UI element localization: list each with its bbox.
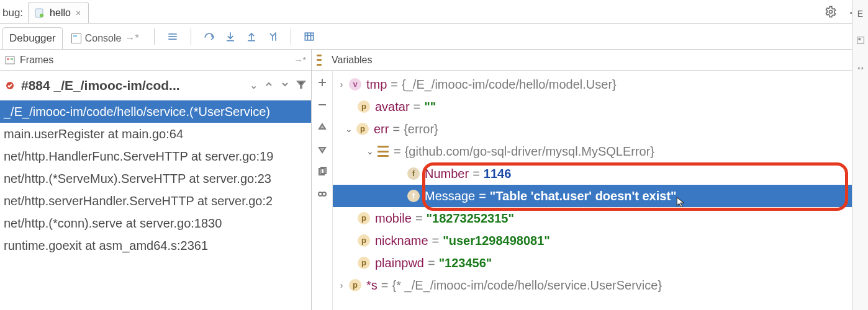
thread-dropdown[interactable]: #884 _/E_/imooc-im/cod...	[21, 78, 243, 93]
file-tab-label: hello	[50, 7, 71, 19]
frames-header: Frames →*	[0, 50, 311, 71]
frames-title: Frames	[20, 55, 53, 66]
chevron-right-icon[interactable]: ›	[337, 274, 346, 296]
frames-panel: Frames →* #884 _/E_/imooc-im/cod... ⌄ _/…	[0, 50, 312, 310]
frames-icon	[5, 55, 15, 65]
variable-row[interactable]: › p *s = {* _/E_/imooc-im/code/hello/ser…	[333, 274, 868, 296]
svg-marker-21	[297, 81, 305, 88]
rail-icon[interactable]	[856, 64, 865, 74]
rail-icon[interactable]	[856, 36, 865, 46]
evaluate-expression-icon[interactable]	[300, 27, 319, 46]
next-frame-icon[interactable]	[280, 79, 290, 92]
svg-rect-13	[305, 33, 313, 40]
up-icon[interactable]	[317, 122, 328, 133]
svg-rect-32	[858, 38, 861, 41]
go-file-icon	[35, 8, 45, 18]
step-into-icon[interactable]	[221, 27, 240, 46]
copy-icon[interactable]	[317, 166, 328, 177]
svg-marker-25	[319, 124, 325, 129]
variable-row[interactable]: p plainpwd = "123456"	[333, 252, 868, 274]
editor-tab-bar: bug: hello ×	[0, 0, 868, 24]
remove-watch-icon[interactable]	[317, 99, 328, 110]
property-badge-icon: p	[358, 100, 370, 113]
property-badge-icon: p	[358, 234, 370, 247]
step-over-icon[interactable]	[200, 27, 219, 46]
stack-frame[interactable]: net/http.serverHandler.ServeHTTP at serv…	[0, 190, 311, 212]
variable-row[interactable]: p nickname = "user1298498081"	[333, 229, 868, 252]
rail-item[interactable]: E	[857, 9, 863, 19]
stack-frame[interactable]: net/http.(*ServeMux).ServeHTTP at server…	[0, 167, 311, 190]
variable-row[interactable]: f Number = 1146	[333, 162, 868, 185]
file-tab-hello[interactable]: hello ×	[28, 2, 89, 23]
down-icon[interactable]	[317, 144, 328, 155]
cursor-icon	[676, 196, 687, 207]
tab-console[interactable]: Console →*	[65, 27, 145, 50]
svg-rect-19	[11, 58, 13, 60]
variable-badge-icon: v	[349, 78, 361, 91]
right-tool-rail: E	[852, 0, 868, 310]
property-badge-icon: p	[358, 257, 370, 269]
svg-point-2	[830, 11, 833, 14]
frames-pin-icon[interactable]: →*	[294, 55, 306, 65]
previous-frame-icon[interactable]	[264, 79, 274, 92]
svg-marker-26	[319, 148, 325, 153]
variables-gutter	[312, 71, 333, 310]
variables-title: Variables	[332, 55, 373, 66]
variable-row[interactable]: › v tmp = {_/E_/imooc-im/code/hello/mode…	[333, 73, 868, 95]
chevron-right-icon[interactable]: ›	[337, 73, 346, 95]
console-icon	[71, 33, 81, 43]
threads-icon[interactable]	[163, 27, 182, 46]
variable-row[interactable]: p avatar = ""	[333, 95, 868, 118]
property-badge-icon: p	[356, 123, 369, 135]
run-to-cursor-icon[interactable]	[263, 27, 282, 46]
console-pin-icon: →*	[125, 33, 138, 44]
variables-tree[interactable]: › v tmp = {_/E_/imooc-im/code/hello/mode…	[333, 71, 868, 310]
add-watch-icon[interactable]	[317, 77, 328, 88]
frames-list[interactable]: _/E_/imooc-im/code/hello/service.(*UserS…	[0, 100, 311, 310]
frames-filter-row: #884 _/E_/imooc-im/cod... ⌄	[0, 71, 311, 100]
variable-row-selected[interactable]: f Message = "Table 'chat.user' doesn't e…	[333, 185, 868, 207]
variables-header: Variables →*	[312, 50, 868, 71]
variables-panel: Variables →* › v tmp =	[312, 50, 868, 310]
variable-row[interactable]: p mobile = "18273252315"	[333, 207, 868, 229]
gear-icon[interactable]	[825, 6, 839, 20]
stack-frame[interactable]: _/E_/imooc-im/code/hello/service.(*UserS…	[0, 100, 311, 123]
stack-frame[interactable]: net/http.HandlerFunc.ServeHTTP at server…	[0, 145, 311, 167]
tab-debugger[interactable]: Debugger	[2, 27, 63, 50]
property-badge-icon: p	[349, 279, 361, 291]
step-out-icon[interactable]	[242, 27, 261, 46]
struct-icon	[377, 146, 389, 157]
variable-row[interactable]: ⌄ = {github.com/go-sql-driver/mysql.MySQ…	[333, 140, 868, 162]
field-badge-icon: f	[407, 167, 420, 180]
svg-point-30	[322, 192, 326, 196]
field-badge-icon: f	[407, 190, 420, 202]
close-tab-icon[interactable]: ×	[76, 8, 81, 18]
breakpoint-icon	[5, 81, 15, 91]
stack-frame[interactable]: runtime.goexit at asm_amd64.s:2361	[0, 234, 311, 257]
variable-row[interactable]: ⌄ p err = {error}	[333, 118, 868, 140]
svg-rect-18	[7, 58, 9, 60]
property-badge-icon: p	[358, 212, 370, 224]
variables-icon	[317, 55, 327, 65]
filter-icon[interactable]	[296, 79, 306, 92]
link-icon[interactable]	[317, 188, 328, 200]
stack-frame[interactable]: main.userRegister at main.go:64	[0, 123, 311, 145]
chevron-down-icon[interactable]: ⌄	[344, 118, 354, 140]
bug-label: bug:	[2, 7, 28, 23]
svg-point-1	[40, 14, 43, 17]
chevron-down-icon[interactable]: ⌄	[250, 79, 258, 91]
debug-toolbar: Debugger Console →*	[0, 24, 868, 50]
chevron-down-icon[interactable]: ⌄	[365, 140, 375, 162]
stack-frame[interactable]: net/http.(*conn).serve at server.go:1830	[0, 212, 311, 234]
